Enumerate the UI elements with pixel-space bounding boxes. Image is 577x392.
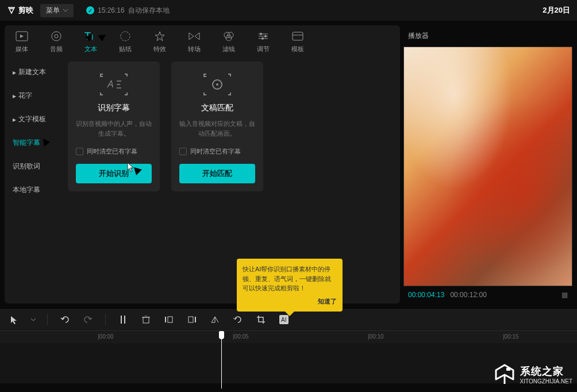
svg-rect-16	[143, 317, 149, 323]
subtitle-recognize-icon: A	[99, 73, 128, 96]
tab-template[interactable]: 模板	[286, 30, 309, 53]
timeline-ruler[interactable]: |00:00 |00:05 |00:10 |00:15	[0, 330, 577, 343]
tooltip-ok-button[interactable]: 知道了	[243, 297, 337, 306]
svg-text:A: A	[107, 79, 114, 89]
player-viewport[interactable]	[403, 47, 572, 286]
svg-text:I: I	[91, 33, 94, 41]
chevron-right-icon: ▸	[13, 68, 16, 76]
tab-transition[interactable]: 转场	[183, 30, 206, 53]
player-controls: 00:00:04:13 00:00:12:00 ▦	[403, 286, 572, 303]
tab-nav: 媒体 音频 TI文本 贴纸 特效 转场 滤镜 调节 模板	[5, 25, 400, 56]
card-script-match: 文稿匹配 输入音视频对应的文稿，自动匹配画面。 同时清空已有字幕 开始匹配	[171, 62, 263, 191]
transition-icon	[188, 30, 201, 43]
ratio-icon[interactable]: ▦	[561, 291, 568, 299]
text-sidebar: ▸新建文本 ▸花字 ▸文字模板 智能字幕 识别歌词 本地字幕	[5, 56, 62, 303]
sidebar-item-new-text[interactable]: ▸新建文本	[8, 62, 59, 83]
script-match-icon	[203, 73, 232, 96]
tooltip-text: 快让AI帮你识别口播素材中的停顿、重复、语气词，一键删除就可以快速完成粗剪啦！	[243, 264, 337, 293]
time-current: 00:00:04:13	[408, 291, 444, 299]
svg-rect-12	[293, 32, 303, 40]
audio-icon	[50, 30, 63, 43]
rotate-button[interactable]	[232, 314, 244, 325]
tab-sticker[interactable]: 贴纸	[114, 30, 137, 53]
chevron-right-icon: ▸	[13, 92, 16, 100]
ruler-tick: |00:15	[503, 333, 519, 340]
svg-rect-17	[168, 317, 172, 322]
sidebar-item-text-template[interactable]: ▸文字模板	[8, 109, 59, 130]
svg-rect-29	[506, 368, 510, 371]
svg-point-15	[216, 83, 218, 86]
svg-text:T: T	[84, 30, 91, 42]
cursor-tool[interactable]	[8, 314, 20, 325]
crop-left-button[interactable]	[163, 314, 175, 325]
autosave-status: ✓ 15:26:16 自动保存本地	[86, 6, 170, 16]
watermark: 系统之家 XITONGZHIJIA.NET	[493, 362, 573, 386]
card-title: 文稿匹配	[201, 103, 233, 113]
card-title: 识别字幕	[98, 103, 130, 113]
split-button[interactable]	[117, 314, 129, 325]
chevron-down-icon	[63, 9, 68, 12]
ruler-tick: |00:00	[98, 333, 114, 340]
tab-effect[interactable]: 特效	[148, 30, 171, 53]
card-description: 识别音视频中的人声，自动生成字幕。	[76, 119, 152, 138]
player-title: 播放器	[403, 25, 572, 47]
tab-media[interactable]: 媒体	[10, 30, 33, 53]
clear-subtitle-checkbox[interactable]: 同时清空已有字幕	[76, 147, 137, 156]
delete-button[interactable]	[140, 314, 152, 325]
timeline: AI |00:00 |00:05 |00:10 |00:15	[0, 308, 577, 383]
card-description: 输入音视频对应的文稿，自动匹配画面。	[179, 119, 255, 138]
sidebar-item-smart-subtitle[interactable]: 智能字幕	[8, 132, 59, 153]
playhead[interactable]	[218, 331, 224, 389]
card-recognize-subtitle: A 识别字幕 识别音视频中的人声，自动生成字幕。 同时清空已有字幕 开始识别	[68, 62, 160, 191]
ruler-tick: |00:05	[233, 333, 249, 340]
sticker-icon	[119, 30, 132, 43]
svg-text:AI: AI	[281, 317, 286, 323]
text-icon: TI	[84, 30, 97, 43]
crop-button[interactable]	[255, 314, 267, 325]
tab-filter[interactable]: 滤镜	[217, 30, 240, 53]
start-match-button[interactable]: 开始匹配	[179, 164, 255, 183]
mirror-button[interactable]	[209, 314, 221, 325]
svg-point-10	[264, 35, 267, 37]
chevron-right-icon: ▸	[13, 116, 16, 124]
timeline-track[interactable]	[0, 343, 577, 383]
start-recognize-button[interactable]: 开始识别	[76, 164, 152, 183]
svg-rect-18	[189, 317, 193, 322]
crop-right-button[interactable]	[186, 314, 198, 325]
time-total: 00:00:12:00	[450, 291, 486, 299]
top-bar: 剪映 菜单 ✓ 15:26:16 自动保存本地 2月20日	[0, 0, 577, 21]
project-date: 2月20日	[543, 5, 570, 16]
watermark-icon	[493, 362, 517, 386]
svg-point-11	[261, 37, 264, 40]
redo-button[interactable]	[82, 314, 94, 325]
tab-text[interactable]: TI文本	[79, 30, 102, 53]
tab-audio[interactable]: 音频	[45, 30, 68, 53]
clear-subtitle-checkbox[interactable]: 同时清空已有字幕	[179, 147, 241, 156]
undo-button[interactable]	[59, 314, 71, 325]
filter-icon	[222, 30, 235, 43]
player-panel: 播放器 00:00:04:13 00:00:12:00 ▦	[403, 25, 572, 303]
app-logo: 剪映	[7, 5, 33, 16]
svg-point-5	[121, 32, 130, 41]
adjust-icon	[257, 30, 270, 43]
check-icon: ✓	[86, 6, 94, 14]
svg-point-1	[52, 32, 61, 41]
sidebar-item-fancy-text[interactable]: ▸花字	[8, 85, 59, 106]
chevron-down-icon	[31, 318, 36, 321]
ai-tooltip: 快让AI帮你识别口播素材中的停顿、重复、语气词，一键删除就可以快速完成粗剪啦！ …	[237, 259, 343, 312]
template-icon	[291, 30, 304, 43]
svg-point-2	[55, 34, 58, 38]
sidebar-item-local-subtitle[interactable]: 本地字幕	[8, 179, 59, 201]
ruler-tick: |00:10	[368, 333, 384, 340]
effect-icon	[153, 30, 166, 43]
media-icon	[16, 30, 28, 43]
menu-dropdown[interactable]: 菜单	[40, 4, 74, 17]
svg-point-9	[260, 33, 262, 35]
tab-adjust[interactable]: 调节	[252, 30, 275, 53]
sidebar-item-lyrics[interactable]: 识别歌词	[8, 156, 59, 177]
